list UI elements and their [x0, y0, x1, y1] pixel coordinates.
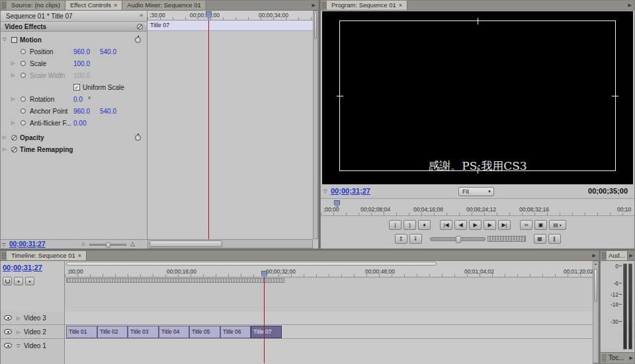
effect-timeline-ruler[interactable]: ;30;00 00;00;32;00 00;00;34;00	[148, 11, 313, 20]
effect-row-time-remapping[interactable]: ▷ Time Remapping	[1, 144, 147, 156]
panel-menu-icon[interactable]: ▶	[626, 1, 634, 10]
effect-row-motion[interactable]: ▽ Motion	[1, 34, 147, 46]
scroll-up-arrow-icon[interactable]: ▲	[593, 262, 598, 268]
track-content[interactable]: Title 01 Title 02 Title 03 Title 04 Titl…	[65, 325, 593, 338]
panel-menu-icon[interactable]: ▶	[590, 251, 599, 260]
current-timecode[interactable]: 00;00;31;27	[9, 240, 45, 248]
set-encore-chapter-marker-button[interactable]: ♦	[14, 277, 23, 285]
close-icon[interactable]: ×	[78, 251, 81, 260]
export-frame-button[interactable]: ▦	[534, 234, 546, 244]
set-marker-button[interactable]: ♦	[418, 220, 431, 230]
clip-title-06[interactable]: Title 06	[220, 326, 251, 338]
position-y-value[interactable]: 540.0	[100, 48, 116, 55]
effect-timeline-view[interactable]: ;30;00 00;00;32;00 00;00;34;00 Title 07	[148, 11, 313, 239]
panel-menu-icon[interactable]: ▶	[628, 353, 634, 363]
toggle-animation-icon[interactable]	[21, 49, 26, 54]
viewing-area-bar[interactable]	[66, 262, 437, 266]
panel-drag-gripper[interactable]	[602, 354, 607, 362]
timeline-vertical-scrollbar[interactable]: ▲	[593, 261, 599, 363]
clip-title-05[interactable]: Title 05	[189, 326, 220, 338]
snap-button[interactable]	[3, 277, 12, 285]
track-content[interactable]	[65, 339, 593, 364]
program-video-area[interactable]: 感謝。PS:我用CS3	[322, 11, 633, 184]
expand-track-icon[interactable]: ▷	[17, 316, 20, 321]
set-out-point-button[interactable]: }	[403, 220, 416, 230]
toggle-track-output-icon[interactable]	[4, 343, 12, 348]
toggle-animation-icon[interactable]	[21, 120, 26, 126]
toggle-animation-icon[interactable]	[21, 108, 26, 114]
horizontal-scrollbar[interactable]	[148, 239, 313, 248]
clip-title-04[interactable]: Title 04	[159, 326, 189, 338]
panel-drag-gripper[interactable]	[2, 252, 7, 259]
zoom-out-icon[interactable]: △	[81, 241, 85, 246]
trim-button[interactable]: ∥	[548, 234, 561, 244]
anchor-x-value[interactable]: 960.0	[73, 108, 90, 115]
chevron-down-icon[interactable]: ▽	[2, 242, 5, 248]
reset-stopwatch-icon[interactable]	[135, 37, 141, 43]
work-area-bar[interactable]	[66, 278, 284, 283]
zoom-slider[interactable]	[89, 244, 126, 246]
position-x-value[interactable]: 960.0	[73, 48, 90, 55]
rotation-value[interactable]: 0.0	[73, 96, 83, 103]
anti-flicker-value[interactable]: 0.00	[73, 120, 86, 127]
lift-button[interactable]: ↥	[395, 234, 407, 244]
set-in-point-button[interactable]: {	[389, 220, 402, 230]
expand-icon[interactable]: ▷	[11, 120, 15, 126]
expand-icon[interactable]: ▷	[11, 96, 15, 102]
collapse-track-icon[interactable]: ▽	[17, 344, 20, 349]
toggle-track-output-icon[interactable]	[4, 315, 12, 320]
close-icon[interactable]: ×	[399, 1, 402, 10]
expand-track-icon[interactable]: ▷	[17, 330, 20, 335]
toggle-track-output-icon[interactable]	[4, 329, 12, 334]
close-icon[interactable]: ×	[114, 1, 117, 10]
expand-icon[interactable]: ▷	[3, 135, 6, 140]
timeline-timecode[interactable]: 00;00;31;27	[3, 264, 42, 272]
tab-timeline[interactable]: Timeline: Sequence 01×	[7, 251, 87, 260]
anchor-y-value[interactable]: 540.0	[100, 108, 116, 115]
show-timeline-view-icon[interactable]: »	[140, 12, 143, 18]
panel-drag-gripper[interactable]	[322, 2, 327, 9]
expand-icon[interactable]: ▷	[11, 61, 15, 66]
tab-audio-meters[interactable]: Aud...	[607, 251, 628, 260]
zoom-in-icon[interactable]: △	[130, 240, 135, 247]
panel-menu-icon[interactable]: ▶	[628, 251, 634, 260]
panel-drag-gripper[interactable]	[2, 2, 7, 9]
clip-title-01[interactable]: Title 01	[66, 326, 97, 338]
play-button[interactable]: ▶	[469, 220, 482, 230]
tab-effect-controls[interactable]: Effect Controls×	[65, 1, 122, 10]
set-unnumbered-marker-button[interactable]: ♦	[25, 277, 34, 285]
panel-menu-icon[interactable]: ▶	[310, 1, 318, 10]
program-current-time[interactable]: 00;00;31;27	[331, 187, 370, 195]
chevron-down-icon[interactable]: ▽	[323, 189, 327, 194]
effect-row-opacity[interactable]: ▷ Opacity	[1, 132, 147, 144]
go-to-next-edit-button[interactable]: ▶|	[498, 220, 511, 230]
tab-audio-mixer[interactable]: Audio Mixer: Sequence 01	[122, 1, 206, 10]
clip-title-03[interactable]: Title 03	[128, 326, 159, 338]
go-to-previous-edit-button[interactable]: |◀	[440, 220, 452, 230]
reset-stopwatch-icon[interactable]	[135, 135, 141, 141]
jog-disk[interactable]	[487, 236, 526, 242]
step-forward-button[interactable]: ▶	[484, 220, 496, 230]
toggle-animation-icon[interactable]	[21, 96, 26, 102]
loop-button[interactable]: ∞	[520, 220, 532, 230]
timeline-ruler[interactable]: ;00;00 00;00;16;00 00;00;32;00 00;00;48;…	[65, 261, 593, 277]
safe-margins-button[interactable]: ▣	[534, 220, 547, 230]
tab-program-monitor[interactable]: Program: Sequence 01×	[327, 1, 407, 10]
panel-drag-gripper[interactable]	[602, 252, 607, 259]
tab-source-monitor[interactable]: Source: (no clips)	[7, 1, 65, 10]
setup-icon[interactable]	[137, 24, 143, 30]
output-button[interactable]: ▤▼	[549, 220, 566, 230]
vertical-scrollbar[interactable]	[313, 11, 318, 239]
extract-button[interactable]: ↧	[409, 234, 422, 244]
step-back-button[interactable]: ◀	[454, 220, 467, 230]
expand-icon[interactable]: ▷	[3, 147, 6, 152]
clip-title-07-selected[interactable]: Title 07	[251, 326, 282, 338]
zoom-level-select[interactable]: Fit ▼	[458, 187, 494, 196]
shuttle-slider[interactable]	[430, 237, 486, 241]
clip-duration-bar[interactable]: Title 07	[148, 20, 313, 31]
tab-tools-label[interactable]: Toc...	[607, 353, 626, 363]
expand-icon[interactable]: ▽	[3, 37, 6, 42]
clip-title-02[interactable]: Title 02	[97, 326, 128, 338]
program-time-ruler[interactable]: ;00;00 00;02;08;04 00;04;16;08 00;06;24;…	[321, 198, 634, 216]
scale-value[interactable]: 100.0	[73, 60, 90, 67]
